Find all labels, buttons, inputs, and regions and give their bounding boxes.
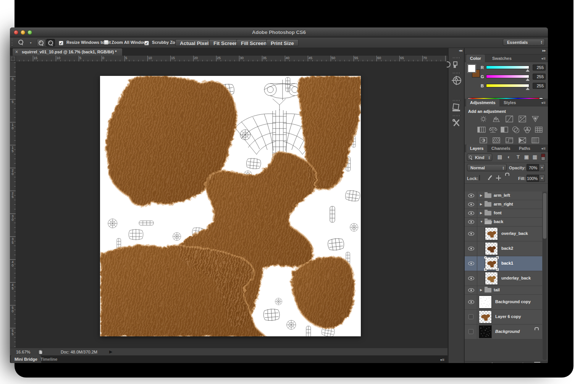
expand-arrow-icon[interactable]: ▶ bbox=[480, 202, 482, 206]
brightness-contrast-icon[interactable] bbox=[480, 116, 486, 122]
panel-menu-icon[interactable]: ▾≡ bbox=[541, 146, 546, 151]
expand-arrow-icon[interactable]: ▶ bbox=[480, 194, 482, 197]
dock-grip[interactable] bbox=[453, 57, 460, 58]
visibility-toggle[interactable] bbox=[465, 310, 477, 324]
layer-thumbnail[interactable] bbox=[479, 296, 492, 308]
ruler-horizontal[interactable]: 151050510152025303540455055606570 bbox=[16, 56, 447, 62]
filter-smart-objects-icon[interactable]: ▥ bbox=[531, 153, 539, 161]
visibility-toggle[interactable] bbox=[465, 218, 477, 226]
color-lookup-icon[interactable] bbox=[535, 127, 542, 132]
layer-row-background-copy[interactable]: Background copy bbox=[465, 295, 542, 310]
dock-grip[interactable] bbox=[453, 115, 460, 116]
print-size-button[interactable]: Print Size bbox=[266, 39, 299, 46]
black-white-icon[interactable] bbox=[501, 127, 508, 132]
checkbox-icon[interactable]: ✓ bbox=[144, 41, 149, 45]
hue-saturation-icon[interactable] bbox=[478, 127, 485, 132]
expand-arrow-icon[interactable]: ▶ bbox=[480, 211, 482, 215]
tab-color[interactable]: Color bbox=[466, 55, 485, 62]
levels-icon[interactable] bbox=[493, 117, 500, 122]
vibrance-icon[interactable] bbox=[532, 116, 538, 122]
layer-row-background[interactable]: Background bbox=[465, 325, 542, 339]
visibility-toggle[interactable] bbox=[465, 209, 477, 217]
visibility-toggle[interactable] bbox=[465, 227, 477, 241]
checkbox-icon[interactable] bbox=[104, 40, 108, 45]
visibility-toggle[interactable] bbox=[465, 200, 477, 209]
layer-row-layer-6-copy[interactable]: Layer 6 copy bbox=[465, 310, 542, 325]
drive-status-icon[interactable] bbox=[37, 349, 44, 355]
tab-layers[interactable]: Layers bbox=[466, 145, 487, 152]
layer-thumbnail[interactable] bbox=[485, 272, 498, 285]
titlebar[interactable]: Adobe Photoshop CS6 bbox=[10, 27, 548, 37]
visibility-toggle[interactable] bbox=[465, 241, 477, 256]
ruler-vertical[interactable]: 0510152025303540455055 bbox=[10, 62, 16, 348]
layer-row-arm-left[interactable]: ▶ arm_left bbox=[465, 191, 542, 200]
tab-styles[interactable]: Styles bbox=[500, 99, 520, 106]
document-tab[interactable]: × squirrel_v01_10.psd @ 16.7% (back1, RG… bbox=[12, 48, 123, 56]
posterize-icon[interactable] bbox=[493, 138, 500, 143]
zoom-out-button[interactable]: − bbox=[46, 39, 55, 47]
history-panel-icon[interactable] bbox=[452, 60, 462, 69]
properties-panel-icon[interactable] bbox=[452, 103, 462, 112]
visibility-toggle[interactable] bbox=[465, 286, 477, 294]
document-canvas[interactable] bbox=[100, 76, 361, 336]
red-slider-thumb[interactable] bbox=[526, 69, 530, 72]
expand-dock-icon[interactable]: ▶▶ bbox=[542, 49, 546, 52]
opacity-dropdown-arrow[interactable]: ▼ bbox=[540, 164, 545, 171]
lock-transparency-icon[interactable] bbox=[479, 175, 480, 180]
layer-thumbnail[interactable] bbox=[485, 242, 498, 255]
tab-adjustments[interactable]: Adjustments bbox=[466, 99, 499, 106]
histogram-panel-icon[interactable] bbox=[452, 88, 462, 97]
red-slider[interactable] bbox=[486, 66, 529, 69]
selective-color-icon[interactable] bbox=[532, 138, 539, 143]
tab-swatches[interactable]: Swatches bbox=[488, 55, 515, 62]
dock-grip[interactable] bbox=[453, 100, 460, 101]
collapse-dock-icon[interactable]: ◀◀ bbox=[459, 49, 462, 52]
tool-presets-panel-icon[interactable] bbox=[452, 118, 462, 127]
scrollbar-thumb[interactable] bbox=[543, 193, 546, 239]
options-bar-grip[interactable] bbox=[11, 39, 13, 47]
filter-adjustment-layers-icon[interactable]: ◐ bbox=[505, 153, 513, 161]
zoom-in-button[interactable]: + bbox=[37, 39, 45, 47]
blue-slider[interactable] bbox=[486, 84, 529, 87]
green-value-field[interactable]: 255 bbox=[533, 74, 546, 80]
layer-row-back2[interactable]: back2 bbox=[465, 241, 542, 256]
exposure-icon[interactable] bbox=[519, 116, 526, 122]
layer-thumbnail[interactable] bbox=[485, 227, 498, 240]
filter-shape-layers-icon[interactable]: ▣ bbox=[523, 153, 530, 161]
layer-row-underlay-back[interactable]: underlay_back bbox=[465, 271, 542, 286]
layer-thumbnail-selected[interactable] bbox=[485, 257, 498, 270]
green-slider-thumb[interactable] bbox=[526, 78, 530, 81]
fill-field[interactable]: 100% bbox=[527, 175, 539, 182]
pasteboard[interactable] bbox=[16, 62, 447, 348]
visibility-toggle[interactable] bbox=[465, 271, 477, 286]
checkbox-icon[interactable]: ✓ bbox=[59, 41, 63, 45]
filter-on-off-toggle[interactable] bbox=[541, 154, 545, 161]
blue-value-field[interactable]: 255 bbox=[533, 83, 546, 89]
filter-pixel-layers-icon[interactable]: ▤ bbox=[496, 153, 504, 161]
visibility-toggle[interactable] bbox=[465, 295, 477, 309]
green-slider[interactable] bbox=[486, 75, 529, 78]
gradient-map-icon[interactable] bbox=[519, 138, 526, 143]
layer-thumbnail[interactable] bbox=[479, 325, 492, 338]
layer-thumbnail[interactable] bbox=[479, 310, 492, 323]
channel-mixer-icon[interactable] bbox=[524, 127, 531, 133]
red-value-field[interactable]: 255 bbox=[533, 64, 546, 71]
blue-slider-thumb[interactable] bbox=[526, 87, 530, 90]
tab-timeline[interactable]: Timeline bbox=[37, 355, 61, 363]
filter-type-layers-icon[interactable]: T bbox=[514, 153, 522, 161]
layers-scrollbar[interactable] bbox=[543, 192, 547, 360]
curves-icon[interactable] bbox=[506, 116, 513, 122]
workspace-switcher[interactable]: Essentials ▲▼ bbox=[503, 39, 545, 46]
blend-mode-dropdown[interactable]: Normal ▲▼ bbox=[467, 164, 507, 171]
layer-row-back1-selected[interactable]: back1 bbox=[465, 256, 542, 271]
threshold-icon[interactable] bbox=[506, 138, 513, 143]
zoom-all-windows-checkbox[interactable]: Zoom All Windows bbox=[104, 40, 149, 45]
tab-channels[interactable]: Channels bbox=[488, 145, 514, 152]
status-popup-arrow-icon[interactable]: ▶ bbox=[109, 349, 112, 354]
fill-dropdown-arrow[interactable]: ▼ bbox=[540, 175, 545, 182]
zoom-tool-button[interactable]: ▼ bbox=[18, 40, 32, 46]
collapse-arrow-icon[interactable]: ▼ bbox=[480, 220, 483, 223]
navigator-panel-icon[interactable] bbox=[452, 76, 462, 85]
layer-row-back[interactable]: ▼ back bbox=[465, 218, 542, 227]
panel-menu-icon[interactable]: ▾≡ bbox=[440, 357, 444, 362]
